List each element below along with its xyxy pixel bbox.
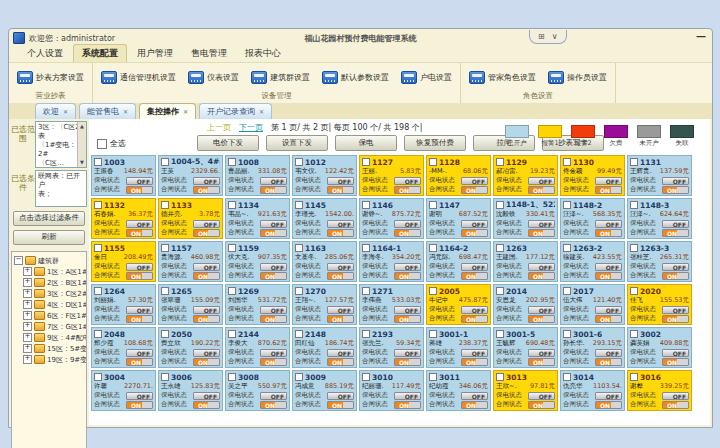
switch-status-toggle[interactable]: ON	[126, 272, 153, 280]
switch-status-toggle[interactable]: ON	[595, 229, 622, 237]
switch-status-toggle[interactable]: ON	[327, 272, 354, 280]
card-checkbox[interactable]	[429, 244, 437, 252]
expand-icon[interactable]: +	[23, 355, 32, 364]
switch-status-toggle[interactable]: ON	[126, 186, 153, 194]
card-checkbox[interactable]	[94, 330, 102, 338]
filter-select-button[interactable]: 点击选择过滤条件	[13, 211, 85, 226]
chevron-down-icon[interactable]: ∨	[552, 32, 558, 41]
switch-status-toggle[interactable]: ON	[327, 315, 354, 323]
expand-icon[interactable]: +	[23, 267, 32, 276]
switch-status-toggle[interactable]: ON	[528, 315, 555, 323]
tree-root[interactable]: −建筑群	[14, 255, 86, 266]
card-checkbox[interactable]	[563, 287, 571, 295]
scroll-up-icon[interactable]: ▲	[80, 122, 84, 131]
menu-item-系统配置[interactable]: 系统配置	[73, 44, 127, 62]
switch-status-toggle[interactable]: ON	[193, 358, 220, 366]
ribbon-button-操作员设置[interactable]: 操作员设置	[546, 68, 609, 87]
protect-status-toggle[interactable]: OFF	[461, 220, 488, 228]
tree-item[interactable]: +1区：A区1#井	[14, 266, 86, 277]
protect-status-toggle[interactable]: OFF	[126, 220, 153, 228]
tab-能管售电[interactable]: 能管售电✕	[79, 103, 136, 119]
tab-close-icon[interactable]: ✕	[63, 108, 68, 115]
card-checkbox[interactable]	[228, 244, 236, 252]
ribbon-button-通信管理机设置[interactable]: 通信管理机设置	[99, 68, 178, 87]
card-checkbox[interactable]	[630, 287, 638, 295]
protect-status-toggle[interactable]: OFF	[662, 177, 689, 185]
menu-item-用户管理[interactable]: 用户管理	[129, 45, 181, 62]
expand-icon[interactable]: +	[23, 344, 32, 353]
action-button-设置下发[interactable]: 设置下发	[266, 135, 328, 151]
protect-status-toggle[interactable]: OFF	[327, 220, 354, 228]
protect-status-toggle[interactable]: OFF	[461, 306, 488, 314]
protect-status-toggle[interactable]: OFF	[662, 263, 689, 271]
switch-status-toggle[interactable]: ON	[394, 272, 421, 280]
card-checkbox[interactable]	[429, 373, 437, 381]
switch-status-toggle[interactable]: ON	[595, 186, 622, 194]
protect-status-toggle[interactable]: OFF	[327, 306, 354, 314]
menu-item-售电管理[interactable]: 售电管理	[183, 45, 235, 62]
switch-status-toggle[interactable]: ON	[126, 315, 153, 323]
card-checkbox[interactable]	[94, 373, 102, 381]
card-checkbox[interactable]	[496, 158, 504, 166]
card-checkbox[interactable]	[362, 158, 370, 166]
switch-status-toggle[interactable]: ON	[260, 272, 287, 280]
protect-status-toggle[interactable]: OFF	[662, 220, 689, 228]
switch-status-toggle[interactable]: ON	[327, 186, 354, 194]
card-checkbox[interactable]	[496, 373, 504, 381]
protect-status-toggle[interactable]: OFF	[461, 349, 488, 357]
switch-status-toggle[interactable]: ON	[595, 401, 622, 409]
action-button-恢复预付费[interactable]: 恢复预付费	[404, 135, 466, 151]
card-checkbox[interactable]	[496, 244, 504, 252]
protect-status-toggle[interactable]: OFF	[260, 263, 287, 271]
switch-status-toggle[interactable]: ON	[193, 229, 220, 237]
protect-status-toggle[interactable]: OFF	[260, 220, 287, 228]
protect-status-toggle[interactable]: OFF	[193, 392, 220, 400]
switch-status-toggle[interactable]: ON	[193, 272, 220, 280]
card-checkbox[interactable]	[496, 287, 504, 295]
card-checkbox[interactable]	[496, 330, 504, 338]
tree-item[interactable]: +15区：5#变站（3#…	[14, 343, 86, 354]
switch-status-toggle[interactable]: ON	[461, 186, 488, 194]
card-checkbox[interactable]	[630, 201, 638, 209]
switch-status-toggle[interactable]: ON	[260, 401, 287, 409]
protect-status-toggle[interactable]: OFF	[528, 306, 555, 314]
card-checkbox[interactable]	[94, 244, 102, 252]
protect-status-toggle[interactable]: OFF	[260, 349, 287, 357]
card-checkbox[interactable]	[563, 201, 571, 209]
ribbon-button-抄表方案设置[interactable]: 抄表方案设置	[15, 68, 86, 87]
card-checkbox[interactable]	[295, 158, 303, 166]
card-checkbox[interactable]	[563, 244, 571, 252]
listbox-scrollbar[interactable]: ▲▼	[77, 122, 86, 167]
card-checkbox[interactable]	[429, 158, 437, 166]
refresh-button[interactable]: 刷新	[13, 230, 85, 245]
switch-status-toggle[interactable]: ON	[260, 315, 287, 323]
menu-item-报表中心[interactable]: 报表中心	[237, 45, 289, 62]
switch-status-toggle[interactable]: ON	[394, 229, 421, 237]
protect-status-toggle[interactable]: OFF	[260, 177, 287, 185]
protect-status-toggle[interactable]: OFF	[394, 392, 421, 400]
expand-icon[interactable]: +	[23, 300, 32, 309]
switch-status-toggle[interactable]: ON	[461, 358, 488, 366]
grid-view-icon[interactable]: ⊞	[538, 32, 545, 41]
protect-status-toggle[interactable]: OFF	[193, 177, 220, 185]
protect-status-toggle[interactable]: OFF	[461, 177, 488, 185]
switch-status-toggle[interactable]: ON	[260, 229, 287, 237]
tab-close-icon[interactable]: ✕	[183, 108, 188, 115]
card-checkbox[interactable]	[429, 330, 437, 338]
protect-status-toggle[interactable]: OFF	[595, 349, 622, 357]
card-checkbox[interactable]	[429, 287, 437, 295]
switch-status-toggle[interactable]: ON	[662, 315, 689, 323]
protect-status-toggle[interactable]: OFF	[193, 349, 220, 357]
switch-status-toggle[interactable]: ON	[461, 401, 488, 409]
switch-status-toggle[interactable]: ON	[595, 358, 622, 366]
protect-status-toggle[interactable]: OFF	[528, 177, 555, 185]
tree-item[interactable]: +2区：B区1#井/B区1	[14, 277, 86, 288]
protect-status-toggle[interactable]: OFF	[193, 306, 220, 314]
card-checkbox[interactable]	[161, 287, 169, 295]
protect-status-toggle[interactable]: OFF	[595, 263, 622, 271]
card-checkbox[interactable]	[496, 201, 504, 209]
expand-icon[interactable]: +	[23, 333, 32, 342]
protect-status-toggle[interactable]: OFF	[528, 220, 555, 228]
switch-status-toggle[interactable]: ON	[528, 186, 555, 194]
switch-status-toggle[interactable]: ON	[327, 401, 354, 409]
